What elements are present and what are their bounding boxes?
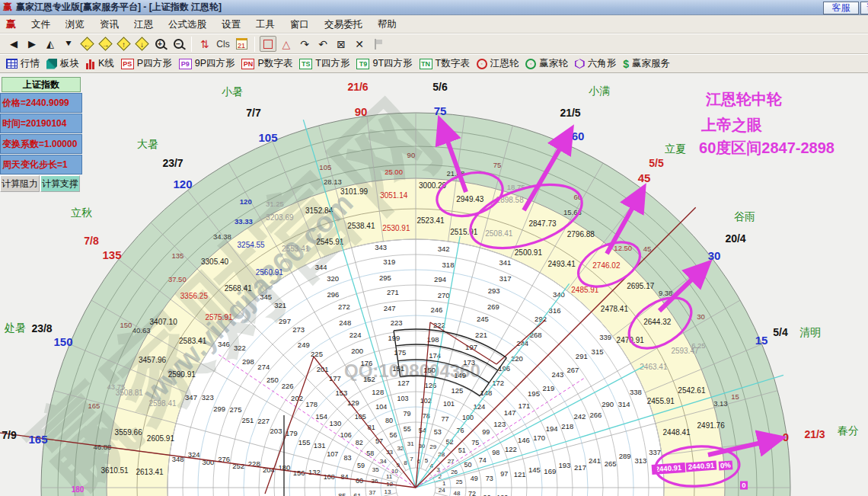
svg-text:0%: 0% (720, 461, 732, 470)
svg-text:318: 318 (442, 261, 455, 269)
back-icon[interactable]: ◀ (5, 36, 22, 52)
svg-text:120: 120 (173, 178, 192, 190)
tool-P四方形[interactable]: PSP四方形 (121, 57, 172, 70)
svg-text:74: 74 (479, 456, 487, 464)
tool-六角形[interactable]: 六角形 (575, 57, 617, 70)
svg-text:147: 147 (504, 408, 516, 417)
svg-text:3203.69: 3203.69 (266, 213, 294, 222)
svg-text:274: 274 (257, 363, 270, 371)
svg-text:0: 0 (742, 481, 745, 489)
menu-8[interactable]: 交易委托 (317, 17, 370, 32)
step-right-icon[interactable]: → (97, 36, 113, 52)
updown-scale-icon[interactable]: ⇅ (196, 36, 213, 52)
svg-text:195: 195 (528, 389, 540, 398)
tool-江恩轮[interactable]: ◦江恩轮 (477, 57, 519, 70)
svg-text:249: 249 (298, 341, 310, 349)
menu-6[interactable]: 工具 (248, 17, 282, 32)
svg-text:150: 150 (423, 366, 436, 374)
tool-行情[interactable]: 行情 (6, 57, 40, 70)
svg-text:125: 125 (451, 386, 463, 395)
tool-T四方形[interactable]: TST四方形 (299, 57, 349, 70)
tool-T数字表[interactable]: TNT数字表 (420, 57, 470, 70)
toolbar-separator (191, 37, 192, 52)
symbol-name: 上证指数 (2, 77, 81, 92)
svg-text:40.63: 40.63 (132, 326, 151, 334)
cross-tool-icon[interactable]: ✕ (351, 36, 368, 52)
svg-text:13: 13 (384, 488, 391, 495)
svg-text:75: 75 (493, 161, 502, 169)
svg-text:246: 246 (430, 306, 442, 314)
svg-text:3101.99: 3101.99 (340, 187, 369, 196)
zoom-in-icon[interactable]: + (152, 36, 168, 52)
tool-赢家轮[interactable]: ◦赢家轮 (525, 57, 568, 70)
step-down-icon[interactable]: ↓ (133, 36, 150, 52)
svg-text:299: 299 (213, 405, 225, 413)
badge-icon: TN (420, 59, 432, 69)
svg-text:154: 154 (315, 412, 327, 421)
svg-text:155: 155 (298, 438, 311, 446)
menu-5[interactable]: 设置 (214, 17, 248, 32)
tool-赢家服务[interactable]: $赢家服务 (623, 57, 670, 70)
svg-text:193: 193 (559, 461, 571, 469)
square-tool-icon[interactable] (260, 36, 276, 52)
flag-icon[interactable] (369, 36, 386, 52)
svg-text:2598.41: 2598.41 (148, 399, 177, 408)
tool-9P四方形[interactable]: P99P四方形 (179, 57, 235, 70)
menu-4[interactable]: 公式选股 (161, 17, 214, 32)
triangle-tool-icon[interactable]: △ (278, 36, 295, 52)
tool-K线[interactable]: K线 (86, 57, 114, 70)
svg-text:34: 34 (380, 458, 387, 465)
box-x-icon[interactable]: ⊠ (333, 36, 349, 52)
svg-text:99: 99 (482, 428, 490, 436)
menu-7[interactable]: 窗口 (282, 17, 317, 32)
rotate-cw-icon[interactable]: ↷ (296, 36, 313, 52)
svg-text:197: 197 (465, 343, 477, 351)
rotate-ccw-icon[interactable]: ↶ (314, 36, 331, 52)
svg-text:谷雨: 谷雨 (734, 210, 755, 222)
forum-button-clipped[interactable]: 论坛 (860, 2, 868, 14)
main-toolbar: ◀ ▶ ◭ ⯆ ← → ↑ ↓ + − ⇅ Cls 21 △ ↷ ↶ ⊠ ✕ (0, 34, 868, 54)
menu-0[interactable]: 文件 (24, 17, 58, 32)
svg-text:297: 297 (279, 317, 291, 325)
svg-text:2746.02: 2746.02 (592, 261, 621, 270)
tool-板块[interactable]: 板块 (46, 57, 79, 70)
calendar-icon[interactable]: 21 (233, 36, 250, 52)
tool-9T四方形[interactable]: T99T四方形 (356, 57, 412, 70)
svg-text:294: 294 (434, 275, 446, 283)
step-left-icon[interactable]: ← (78, 36, 95, 52)
calc-support-button[interactable]: 计算支撑 (40, 175, 80, 192)
svg-text:345: 345 (260, 293, 272, 301)
rotate-up-icon[interactable]: ◭ (42, 36, 59, 52)
badge-icon: T9 (356, 59, 369, 69)
svg-text:203: 203 (270, 427, 282, 435)
calc-resistance-button[interactable]: 计算阻力 (0, 175, 40, 192)
customer-service-button[interactable]: 客服 (823, 2, 859, 14)
cls-button[interactable]: Cls (215, 36, 231, 52)
svg-text:5/5: 5/5 (649, 157, 664, 169)
svg-text:33.33: 33.33 (235, 217, 253, 226)
menu-3[interactable]: 江恩 (126, 17, 161, 32)
svg-text:221: 221 (475, 331, 487, 339)
svg-text:347: 347 (185, 393, 197, 402)
rotate-down-icon[interactable]: ⯆ (60, 36, 77, 52)
menu-1[interactable]: 浏览 (58, 17, 92, 32)
menu-9[interactable]: 帮助 (370, 17, 404, 32)
zoom-out-icon[interactable]: − (170, 36, 187, 52)
tool-P数字表[interactable]: PNP数字表 (241, 57, 292, 70)
forward-icon[interactable]: ▶ (24, 36, 40, 52)
svg-text:15: 15 (731, 392, 739, 401)
svg-text:80: 80 (385, 417, 393, 424)
svg-text:43.75: 43.75 (107, 382, 126, 391)
svg-text:2583.41: 2583.41 (179, 337, 207, 345)
step-up-icon[interactable]: ↑ (115, 36, 132, 52)
menu-2[interactable]: 资讯 (92, 17, 126, 32)
svg-text:321: 321 (274, 301, 286, 309)
svg-text:127: 127 (397, 379, 410, 387)
svg-text:165: 165 (28, 433, 47, 446)
dollar-icon: $ (623, 58, 629, 70)
svg-text:323: 323 (202, 393, 214, 402)
svg-text:3152.84: 3152.84 (305, 206, 333, 215)
gann-wheel-chart[interactable]: 赢家财富网www.yingjia360.comQQ:10080043602412… (0, 0, 868, 496)
svg-text:319: 319 (383, 258, 395, 266)
svg-text:3407.10: 3407.10 (150, 318, 178, 326)
